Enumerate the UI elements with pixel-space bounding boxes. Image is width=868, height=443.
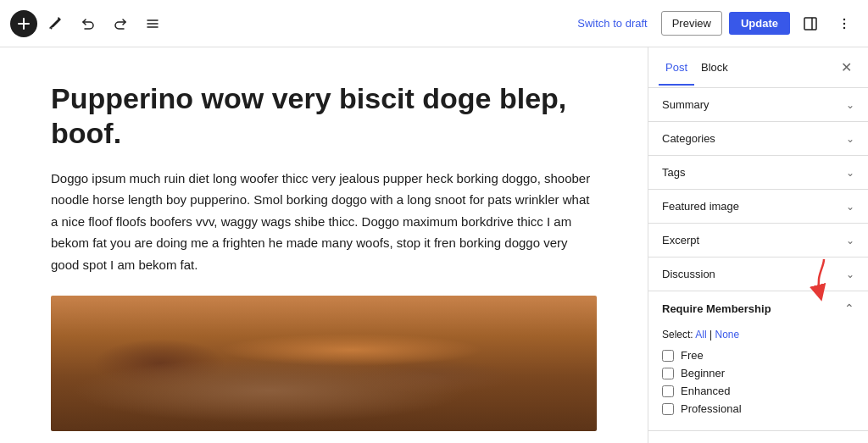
panel-excerpt: Excerpt ⌄ [648, 224, 868, 257]
panel-categories: Categories ⌄ [648, 122, 868, 156]
redo-button[interactable] [107, 10, 134, 37]
panel-require-membership-content: Select: All | None Free Beginner [648, 325, 868, 430]
panel-summary-header[interactable]: Summary ⌄ [648, 88, 868, 121]
checkbox-enhanced[interactable] [662, 385, 674, 397]
panel-tags-header[interactable]: Tags ⌄ [648, 156, 868, 189]
panel-featured-image: Featured image ⌄ [648, 190, 868, 224]
panel-featured-image-chevron: ⌄ [846, 201, 854, 213]
more-options-button[interactable] [831, 10, 858, 37]
checkbox-free[interactable] [662, 350, 674, 362]
main-area: Pupperino wow very biscit doge blep, boo… [0, 47, 868, 443]
panel-discussion: Discussion ⌄ [648, 257, 868, 291]
panel-summary-chevron: ⌄ [846, 99, 854, 111]
svg-rect-1 [804, 18, 816, 30]
undo-button[interactable] [75, 10, 102, 37]
toolbar: Switch to draft Preview Update [0, 0, 868, 47]
panel-require-membership: Require Membership ⌃ Select: All | None … [648, 291, 868, 431]
panel-tags: Tags ⌄ [648, 156, 868, 190]
list-view-button[interactable] [139, 10, 166, 37]
sidebar-content: Summary ⌄ Categories ⌄ Tags ⌄ [648, 88, 868, 443]
checkbox-item-professional: Professional [662, 402, 854, 415]
checkbox-item-enhanced: Enhanced [662, 385, 854, 397]
checkbox-item-beginner: Beginner [662, 367, 854, 379]
panel-discussion-title: Discussion [662, 268, 715, 280]
checkbox-beginner[interactable] [662, 368, 674, 379]
post-title[interactable]: Pupperino wow very biscit doge blep, boo… [51, 81, 597, 151]
tools-button[interactable] [42, 10, 70, 37]
panel-categories-header[interactable]: Categories ⌄ [648, 122, 868, 155]
sidebar: Post Block ✕ Summary ⌄ Categories ⌄ [648, 47, 868, 443]
checkbox-item-free: Free [662, 349, 854, 362]
panel-require-membership-title: Require Membership [662, 302, 771, 315]
toolbar-left [10, 10, 570, 37]
panel-discussion-chevron: ⌄ [846, 269, 854, 280]
switch-to-draft-button[interactable]: Switch to draft [570, 12, 654, 35]
sidebar-toggle-button[interactable] [797, 10, 824, 37]
panel-featured-image-header[interactable]: Featured image ⌄ [648, 190, 868, 223]
sidebar-close-button[interactable]: ✕ [834, 56, 858, 80]
select-row: Select: All | None [662, 329, 854, 341]
panel-featured-image-title: Featured image [662, 200, 739, 213]
editor-area: Pupperino wow very biscit doge blep, boo… [0, 47, 648, 443]
checkbox-professional-label[interactable]: Professional [681, 402, 742, 415]
preview-button[interactable]: Preview [661, 11, 722, 36]
panel-tags-chevron: ⌄ [846, 167, 854, 179]
panel-require-membership-chevron: ⌃ [844, 302, 854, 315]
select-label: Select: [662, 329, 693, 341]
toolbar-right: Switch to draft Preview Update [570, 10, 858, 37]
checkbox-free-label[interactable]: Free [681, 349, 704, 362]
add-block-button[interactable] [10, 10, 37, 37]
svg-point-2 [843, 18, 845, 19]
panel-tags-title: Tags [662, 166, 685, 179]
checkbox-beginner-label[interactable]: Beginner [681, 367, 725, 379]
panel-summary: Summary ⌄ [648, 88, 868, 122]
select-all-link[interactable]: All [695, 329, 706, 341]
select-none-link[interactable]: None [715, 329, 740, 341]
dog-image [51, 296, 597, 431]
tab-post[interactable]: Post [659, 51, 694, 86]
sidebar-tabs: Post Block ✕ [648, 47, 868, 88]
svg-point-4 [843, 26, 845, 28]
checkbox-professional[interactable] [662, 403, 674, 415]
update-button[interactable]: Update [729, 12, 790, 35]
panel-categories-chevron: ⌄ [846, 133, 854, 145]
panel-excerpt-header[interactable]: Excerpt ⌄ [648, 224, 868, 257]
panel-excerpt-title: Excerpt [662, 234, 699, 246]
tab-block[interactable]: Block [694, 51, 735, 86]
svg-point-0 [51, 27, 53, 29]
svg-point-3 [843, 22, 845, 24]
panel-excerpt-chevron: ⌄ [846, 235, 854, 246]
post-body[interactable]: Doggo ipsum much ruin diet long woofer t… [51, 168, 597, 276]
panel-categories-title: Categories [662, 132, 715, 145]
panel-require-membership-header[interactable]: Require Membership ⌃ [648, 291, 868, 325]
panel-discussion-header[interactable]: Discussion ⌄ [648, 257, 868, 291]
checkbox-enhanced-label[interactable]: Enhanced [681, 385, 731, 397]
panel-summary-title: Summary [662, 98, 709, 111]
